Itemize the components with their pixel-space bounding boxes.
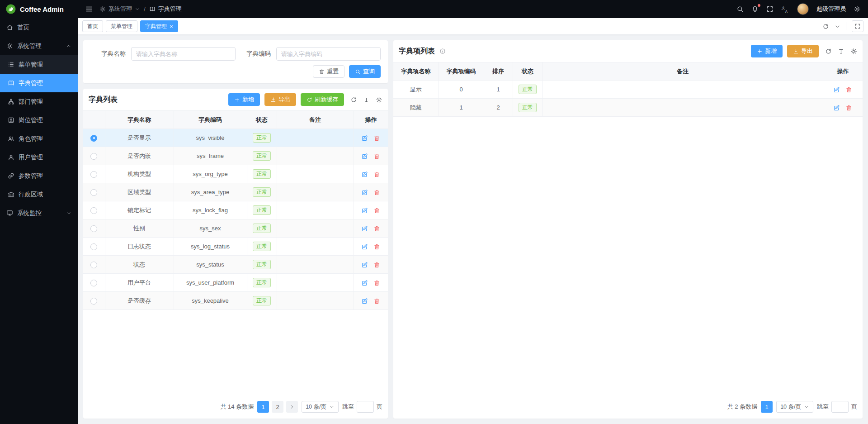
collapse-sidebar-icon[interactable] <box>85 5 93 13</box>
sidebar-item-menu-management[interactable]: 菜单管理 <box>0 55 78 74</box>
page-button-1[interactable]: 1 <box>761 401 773 413</box>
dict-table-row[interactable]: 性别sys_sex正常 <box>83 219 388 238</box>
row-radio[interactable] <box>90 280 97 286</box>
row-radio[interactable] <box>90 189 97 196</box>
delete-icon[interactable] <box>845 105 852 111</box>
text-size-icon[interactable] <box>363 96 370 103</box>
sidebar-item-dept-management[interactable]: 部门管理 <box>0 92 78 111</box>
refresh-table-icon[interactable] <box>825 48 832 55</box>
breadcrumb-parent[interactable]: 系统管理 <box>108 5 132 13</box>
tab-dict-management[interactable]: 字典管理× <box>140 20 178 32</box>
dict-item-row[interactable]: 隐藏12正常 <box>393 99 863 117</box>
dict-item-row[interactable]: 显示01正常 <box>393 81 863 99</box>
sidebar-item-role-management[interactable]: 角色管理 <box>0 129 78 148</box>
add-dict-item-button[interactable]: 新增 <box>751 45 783 57</box>
fullscreen-icon[interactable] <box>766 5 774 13</box>
add-dict-button[interactable]: 新增 <box>228 93 260 106</box>
edit-icon[interactable] <box>361 171 368 178</box>
dict-table-row[interactable]: 是否内嵌sys_frame正常 <box>83 147 388 165</box>
dict-table-row[interactable]: 用户平台sys_user_platform正常 <box>83 274 388 292</box>
app-logo[interactable]: Coffee Admin <box>0 0 78 18</box>
query-button[interactable]: 查询 <box>349 65 381 78</box>
close-tab-icon[interactable]: × <box>170 24 173 29</box>
dict-table-row[interactable]: 状态sys_status正常 <box>83 256 388 274</box>
dict-name-input[interactable] <box>131 47 236 61</box>
edit-icon[interactable] <box>361 262 368 268</box>
fullscreen-content-icon[interactable] <box>852 20 863 32</box>
edit-icon[interactable] <box>361 135 368 142</box>
refresh-page-icon[interactable] <box>822 23 829 30</box>
notifications-bell-icon[interactable] <box>751 5 759 13</box>
edit-icon[interactable] <box>361 153 368 160</box>
chevron-down-icon[interactable] <box>135 6 140 12</box>
dict-table-row[interactable]: 是否缓存sys_keepalive正常 <box>83 292 388 310</box>
tabs-menu-chevron-icon[interactable] <box>835 24 840 29</box>
language-switch-icon[interactable] <box>781 5 789 13</box>
sidebar-item-region-management[interactable]: 行政区域 <box>0 185 78 204</box>
refresh-cache-button[interactable]: 刷新缓存 <box>301 93 344 106</box>
jump-page-input[interactable] <box>357 401 374 413</box>
row-radio[interactable] <box>90 298 97 305</box>
page-size-select[interactable]: 10 条/页 <box>776 401 813 413</box>
edit-icon[interactable] <box>833 105 840 111</box>
delete-icon[interactable] <box>373 153 380 160</box>
tab-menu-management[interactable]: 菜单管理 <box>106 20 137 32</box>
next-page-button[interactable] <box>286 401 298 413</box>
column-settings-gear-icon[interactable] <box>376 96 382 103</box>
search-icon[interactable] <box>736 5 744 13</box>
page-button-1[interactable]: 1 <box>257 401 269 413</box>
edit-icon[interactable] <box>833 86 840 93</box>
row-radio[interactable] <box>90 207 97 214</box>
row-radio[interactable] <box>90 243 97 250</box>
delete-icon[interactable] <box>373 262 380 268</box>
sidebar-item-user-management[interactable]: 用户管理 <box>0 148 78 167</box>
delete-icon[interactable] <box>373 225 380 232</box>
edit-icon[interactable] <box>361 189 368 196</box>
refresh-table-icon[interactable] <box>350 96 357 103</box>
jump-page-input[interactable] <box>831 401 849 413</box>
delete-icon[interactable] <box>373 171 380 178</box>
sidebar-item-post-management[interactable]: 岗位管理 <box>0 111 78 129</box>
delete-icon[interactable] <box>373 207 380 214</box>
dict-table-row[interactable]: 锁定标记sys_lock_flag正常 <box>83 201 388 219</box>
sidebar-item-param-management[interactable]: 参数管理 <box>0 167 78 185</box>
row-radio[interactable] <box>90 153 97 160</box>
username[interactable]: 超级管理员 <box>816 5 846 13</box>
text-size-icon[interactable] <box>838 48 844 55</box>
dict-table-row[interactable]: 日志状态sys_log_status正常 <box>83 238 388 256</box>
sidebar-group-system-management[interactable]: 系统管理 <box>0 37 78 55</box>
page-size-select[interactable]: 10 条/页 <box>302 401 339 413</box>
delete-icon[interactable] <box>373 189 380 196</box>
edit-icon[interactable] <box>361 298 368 305</box>
dict-code-input[interactable] <box>276 47 381 61</box>
sidebar-item-home[interactable]: 首页 <box>0 18 78 37</box>
page-button-2[interactable]: 2 <box>272 401 283 413</box>
delete-icon[interactable] <box>373 135 380 142</box>
delete-icon[interactable] <box>373 298 380 305</box>
dict-table-row[interactable]: 区域类型sys_area_type正常 <box>83 183 388 201</box>
delete-icon[interactable] <box>373 280 380 286</box>
column-settings-gear-icon[interactable] <box>850 48 857 55</box>
monitor-icon <box>6 210 13 216</box>
sidebar-group-system-monitor[interactable]: 系统监控 <box>0 204 78 222</box>
dict-table-row[interactable]: 是否显示sys_visible正常 <box>83 129 388 147</box>
row-radio[interactable] <box>90 171 97 178</box>
info-icon[interactable] <box>439 48 446 54</box>
edit-icon[interactable] <box>361 225 368 232</box>
edit-icon[interactable] <box>361 243 368 250</box>
edit-icon[interactable] <box>361 207 368 214</box>
row-radio[interactable] <box>90 225 97 232</box>
reset-button[interactable]: 重置 <box>313 65 344 78</box>
settings-gear-icon[interactable] <box>854 5 861 13</box>
sidebar-item-dict-management[interactable]: 字典管理 <box>0 74 78 92</box>
edit-icon[interactable] <box>361 280 368 286</box>
export-dict-items-button[interactable]: 导出 <box>787 45 819 57</box>
export-dict-button[interactable]: 导出 <box>264 93 296 106</box>
delete-icon[interactable] <box>373 243 380 250</box>
delete-icon[interactable] <box>845 86 852 93</box>
row-radio[interactable] <box>90 262 97 268</box>
user-avatar[interactable] <box>797 3 809 15</box>
row-radio[interactable] <box>90 135 97 142</box>
dict-table-row[interactable]: 机构类型sys_org_type正常 <box>83 165 388 183</box>
tab-home[interactable]: 首页 <box>82 20 103 32</box>
